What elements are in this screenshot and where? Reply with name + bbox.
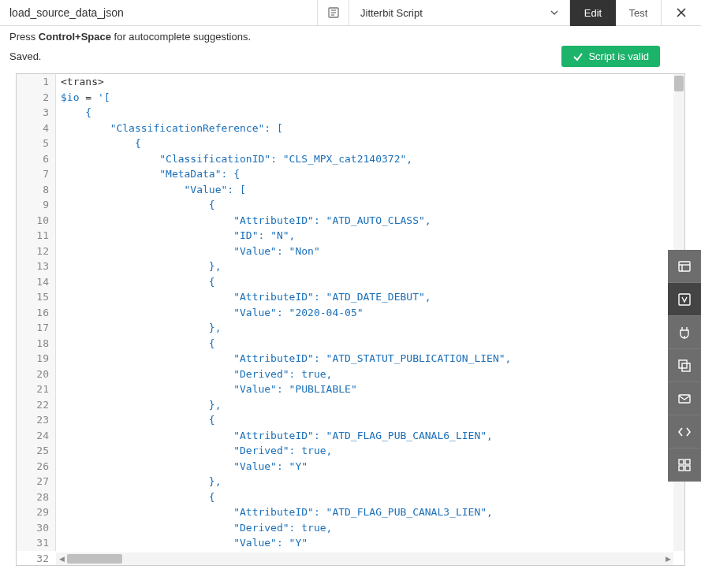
endpoints-icon — [677, 457, 692, 473]
line-number: 11 — [17, 228, 49, 244]
edit-button[interactable]: Edit — [570, 0, 616, 26]
code-line[interactable]: { — [61, 412, 673, 428]
code-line[interactable]: }, — [61, 320, 673, 336]
palette-endpoints[interactable] — [668, 448, 701, 482]
line-number: 8 — [17, 182, 49, 198]
svg-rect-9 — [679, 294, 690, 305]
component-palette — [668, 250, 701, 482]
line-number: 5 — [17, 136, 49, 151]
code-line[interactable]: }, — [61, 397, 673, 413]
code-line[interactable]: { — [61, 197, 673, 213]
script-title[interactable]: load_source_data_json — [0, 0, 318, 25]
line-number: 26 — [17, 459, 49, 474]
vertical-scroll-thumb[interactable] — [674, 76, 684, 91]
scripts-icon — [677, 424, 692, 440]
code-line[interactable]: "AttributeID": "ATD_FLAG_PUB_CANAL3_LIEN… — [61, 504, 673, 520]
line-number: 20 — [17, 367, 49, 382]
notes-button[interactable] — [318, 0, 349, 26]
line-number: 18 — [17, 336, 49, 352]
code-line[interactable]: "ID": "N", — [61, 228, 673, 244]
line-number: 27 — [17, 474, 49, 489]
code-line[interactable]: { — [61, 336, 673, 352]
line-number: 31 — [17, 535, 49, 551]
svg-rect-11 — [682, 363, 690, 371]
line-number-gutter: 1234567891011121314151617181920212223242… — [17, 74, 56, 551]
code-line[interactable]: "Value": "PUBLIABLE" — [61, 381, 673, 397]
palette-variables[interactable] — [668, 283, 701, 316]
horizontal-scrollbar[interactable]: ◀ ▶ — [56, 553, 673, 565]
line-number: 28 — [17, 489, 49, 505]
scroll-left-arrow[interactable]: ◀ — [56, 555, 67, 563]
svg-rect-12 — [679, 395, 690, 403]
horizontal-scroll-track[interactable] — [67, 553, 662, 565]
palette-operations[interactable] — [668, 349, 701, 382]
saved-label: Saved. — [9, 50, 41, 62]
hint-prefix: Press — [9, 31, 39, 43]
svg-rect-10 — [679, 360, 687, 368]
horizontal-scroll-thumb[interactable] — [67, 554, 122, 564]
code-line[interactable]: $io = '[ — [61, 90, 673, 106]
svg-rect-15 — [679, 466, 684, 471]
line-number: 16 — [17, 305, 49, 321]
notifications-icon — [677, 391, 692, 407]
status-row: Saved. Script is valid — [0, 44, 701, 73]
line-number: 29 — [17, 504, 49, 520]
top-bar: load_source_data_json Jitterbit Script E… — [0, 0, 701, 26]
language-label: Jitterbit Script — [360, 7, 423, 19]
variables-icon — [677, 292, 692, 307]
note-icon — [327, 6, 340, 19]
line-number: 1 — [17, 74, 49, 90]
test-button[interactable]: Test — [616, 0, 662, 26]
code-line[interactable]: "Value": [ — [61, 182, 673, 198]
line-number: 14 — [17, 274, 49, 290]
close-button[interactable] — [662, 0, 701, 26]
code-line[interactable]: "Value": "2020-04-05" — [61, 305, 673, 321]
line-number: 2 — [17, 90, 49, 106]
autocomplete-hint: Press Control+Space for autocomplete sug… — [0, 26, 701, 44]
line-number: 19 — [17, 351, 49, 367]
palette-plugins[interactable] — [668, 316, 701, 349]
code-line[interactable]: "Derived": true, — [61, 367, 673, 382]
code-line[interactable]: "AttributeID": "ATD_AUTO_CLASS", — [61, 213, 673, 229]
code-line[interactable]: { — [61, 105, 673, 121]
code-line[interactable] — [61, 551, 673, 552]
script-valid-badge: Script is valid — [561, 46, 660, 67]
code-content[interactable]: <trans>$io = '[ { "ClassificationReferen… — [56, 74, 673, 551]
code-line[interactable]: "Value": "Non" — [61, 244, 673, 259]
hint-keys: Control+Space — [39, 31, 111, 43]
code-line[interactable]: "AttributeID": "ATD_FLAG_PUB_CANAL6_LIEN… — [61, 428, 673, 444]
line-number: 30 — [17, 520, 49, 536]
chevron-down-icon — [550, 10, 558, 15]
scroll-right-arrow[interactable]: ▶ — [662, 555, 673, 563]
code-line[interactable]: <trans> — [61, 74, 673, 90]
palette-source-objects[interactable] — [668, 250, 701, 283]
line-number: 21 — [17, 381, 49, 397]
code-line[interactable]: "ClassificationID": "CLS_MPX_cat2140372"… — [61, 151, 673, 167]
line-number: 32 — [17, 551, 49, 567]
line-number: 15 — [17, 289, 49, 305]
code-line[interactable]: "Derived": true, — [61, 443, 673, 459]
code-line[interactable]: "MetaData": { — [61, 166, 673, 182]
code-line[interactable]: "AttributeID": "ATD_DATE_DEBUT", — [61, 289, 673, 305]
language-select[interactable]: Jitterbit Script — [349, 0, 570, 26]
close-icon — [676, 7, 687, 18]
line-number: 6 — [17, 151, 49, 167]
hint-suffix: for autocomplete suggestions. — [111, 31, 251, 43]
code-line[interactable]: "ClassificationReference": [ — [61, 121, 673, 136]
code-line[interactable]: }, — [61, 474, 673, 489]
palette-scripts[interactable] — [668, 415, 701, 448]
code-line[interactable]: }, — [61, 259, 673, 274]
svg-rect-14 — [685, 460, 690, 464]
code-editor[interactable]: 1234567891011121314151617181920212223242… — [16, 73, 685, 566]
code-line[interactable]: "Value": "Y" — [61, 535, 673, 551]
code-line[interactable]: "Value": "Y" — [61, 459, 673, 474]
code-line[interactable]: { — [61, 274, 673, 290]
valid-label: Script is valid — [588, 50, 649, 62]
code-line[interactable]: "Derived": true, — [61, 520, 673, 536]
line-number: 12 — [17, 244, 49, 259]
code-line[interactable]: "AttributeID": "ATD_STATUT_PUBLICATION_L… — [61, 351, 673, 367]
code-line[interactable]: { — [61, 489, 673, 505]
svg-rect-6 — [679, 262, 690, 271]
code-line[interactable]: { — [61, 136, 673, 151]
palette-notifications[interactable] — [668, 382, 701, 415]
